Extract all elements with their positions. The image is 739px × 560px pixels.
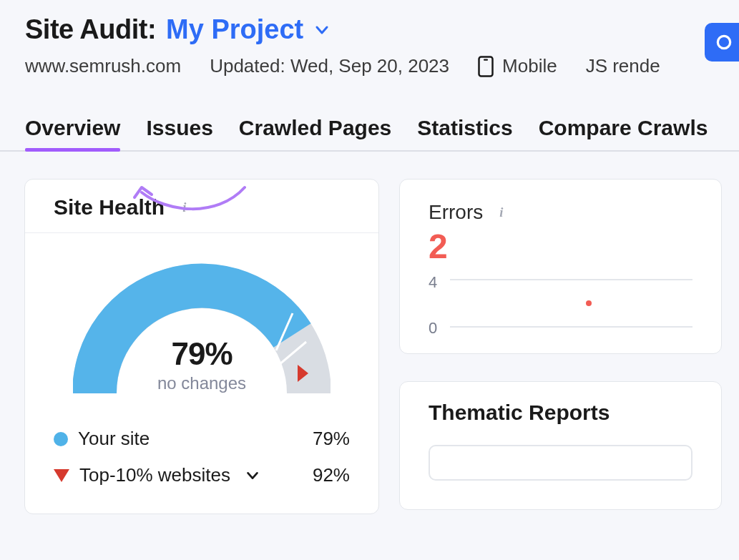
meta-row: www.semrush.com Updated: Wed, Sep 20, 20…	[25, 55, 714, 77]
tab-crawled-pages[interactable]: Crawled Pages	[239, 116, 391, 150]
action-button[interactable]	[705, 23, 739, 62]
mobile-icon	[478, 56, 494, 77]
legend-top10-label: Top-10% websites	[79, 464, 230, 486]
gauge-percent: 79%	[157, 336, 246, 372]
site-health-gauge: 79% no changes	[73, 257, 331, 401]
legend-top10-value: 92%	[313, 464, 350, 486]
thematic-report-item[interactable]	[429, 445, 692, 481]
tab-compare-crawls[interactable]: Compare Crawls	[539, 116, 708, 150]
project-selector[interactable]: My Project	[166, 14, 331, 45]
gear-icon	[715, 33, 733, 51]
legend-your-site-value: 79%	[313, 428, 350, 450]
legend-top10[interactable]: Top-10% websites 92%	[54, 457, 350, 493]
dot-icon	[54, 432, 68, 446]
js-rendering-label: JS rende	[586, 55, 660, 77]
gauge-sublabel: no changes	[157, 373, 246, 393]
errors-value: 2	[429, 227, 692, 266]
info-icon[interactable]: i	[176, 200, 192, 215]
device-indicator: Mobile	[478, 55, 557, 77]
site-health-card: Site Health i 79%	[24, 179, 379, 514]
svg-text:i: i	[499, 205, 504, 220]
tab-issues[interactable]: Issues	[146, 116, 212, 150]
errors-sparkline: 4 0	[429, 273, 692, 338]
y-tick-top: 4	[429, 273, 437, 292]
page-header: Site Audit: My Project www.semrush.com U…	[0, 0, 739, 90]
site-domain: www.semrush.com	[25, 55, 181, 77]
page-title-prefix: Site Audit:	[25, 14, 156, 45]
svg-rect-1	[484, 59, 488, 60]
tab-overview[interactable]: Overview	[25, 116, 120, 150]
chevron-down-icon	[313, 21, 331, 39]
svg-point-2	[718, 36, 730, 48]
thematic-reports-title: Thematic Reports	[429, 401, 692, 425]
device-label: Mobile	[502, 55, 557, 77]
triangle-down-icon	[54, 469, 69, 482]
y-tick-bottom: 0	[429, 319, 437, 338]
legend-your-site: Your site 79%	[54, 421, 350, 457]
errors-card: Errors i 2 4 0	[399, 179, 722, 354]
errors-title: Errors	[429, 201, 483, 224]
site-health-title: Site Health	[54, 195, 165, 220]
svg-text:i: i	[182, 200, 187, 215]
site-health-legend: Your site 79% Top-10% websites 92%	[25, 415, 378, 514]
updated-date: Updated: Wed, Sep 20, 2023	[210, 55, 449, 77]
project-name-label: My Project	[166, 14, 303, 45]
chevron-down-icon	[245, 468, 260, 483]
data-point	[586, 300, 592, 306]
info-icon[interactable]: i	[493, 205, 509, 220]
tab-statistics[interactable]: Statistics	[417, 116, 512, 150]
gridline	[450, 326, 692, 328]
gridline	[450, 279, 692, 280]
tabs: Overview Issues Crawled Pages Statistics…	[0, 90, 739, 152]
thematic-reports-card: Thematic Reports	[399, 381, 722, 510]
legend-your-site-label: Your site	[78, 428, 150, 450]
